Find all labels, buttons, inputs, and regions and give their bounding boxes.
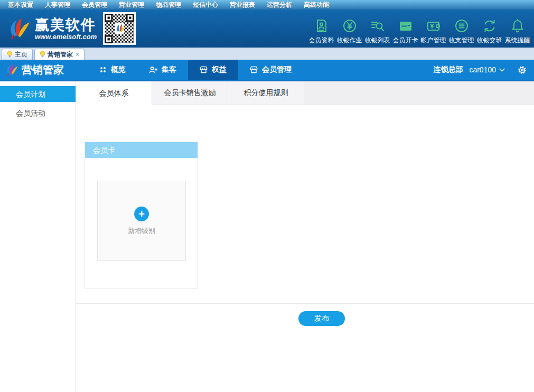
quick-action-label: 系统提醒	[505, 36, 530, 45]
quick-action-label: 会员资料	[309, 36, 334, 45]
cashier-list-icon	[370, 17, 386, 35]
content-divider	[76, 303, 534, 304]
lightbulb-icon	[40, 51, 45, 58]
tab-marketing-manager[interactable]: 营销管家 ×	[34, 49, 85, 60]
member-open-card-icon	[398, 17, 414, 35]
member-info-icon	[314, 17, 330, 35]
lightbulb-icon	[7, 51, 13, 58]
brand-url: www.emeisoft.com	[35, 33, 97, 41]
customer-plus-icon	[149, 66, 157, 73]
quick-action-label: 帐户管理	[421, 36, 446, 45]
quick-action-cashier-list[interactable]: 收银列表	[363, 12, 391, 45]
cashier-shift-icon	[482, 17, 498, 35]
settings-gear-icon[interactable]	[518, 66, 527, 74]
tab-home[interactable]: 主页	[2, 49, 33, 60]
member-card-panel: 会员卡 + 新增级别	[85, 142, 198, 289]
quick-action-income-expense[interactable]: 收支管理	[447, 12, 475, 45]
subnav-logo-icon	[5, 62, 19, 78]
subnav-item-label: 概览	[111, 65, 126, 74]
content-tab-card-sales-incentive[interactable]: 会员卡销售激励	[152, 81, 228, 105]
store-selector[interactable]: car0100	[469, 66, 496, 74]
sidebar-item-member-activity[interactable]: 会员活动	[0, 107, 76, 119]
qr-code	[103, 12, 136, 45]
store-type-label: 连锁总部	[433, 65, 463, 74]
member-card-body: + 新增级别	[85, 158, 198, 288]
top-menu-operation-analysis[interactable]: 运营分析	[261, 1, 298, 10]
marketing-subnav: 营销管家 概览 集客 权益 会员管理	[0, 60, 534, 81]
quick-action-label: 会员开卡	[393, 36, 418, 45]
top-menu-advanced-features[interactable]: 高级功能	[298, 1, 335, 10]
subnav-item-label: 权益	[212, 65, 227, 74]
subnav-brand: 营销管家	[5, 62, 74, 78]
account-management-icon	[426, 17, 442, 35]
storefront-icon	[200, 66, 208, 73]
brand-logo-icon	[7, 14, 32, 43]
page-tab-bar: 主页 营销管家 ×	[0, 48, 534, 60]
content-tab-strip: 会员体系 会员卡销售激励 积分使用规则	[76, 81, 534, 105]
subnav-right: 连锁总部 car0100	[433, 65, 527, 74]
brand-name: 赢美软件	[35, 17, 97, 33]
content-tab-points-usage-rules[interactable]: 积分使用规则	[228, 81, 304, 105]
subnav-title: 营销管家	[22, 63, 64, 77]
tab-marketing-manager-label: 营销管家	[48, 50, 73, 59]
content-panel: 会员体系 会员卡销售激励 积分使用规则 会员卡 + 新增级别 发布	[76, 81, 534, 392]
subnav-item-label: 会员管理	[262, 65, 292, 74]
income-expense-icon	[454, 17, 470, 35]
quick-action-member-open-card[interactable]: 会员开卡	[391, 12, 419, 45]
member-card-title: 会员卡	[85, 142, 198, 158]
system-alert-icon	[510, 17, 526, 35]
main-region: 会员计划 会员活动 会员体系 会员卡销售激励 积分使用规则 会员卡 + 新增级别…	[0, 81, 534, 392]
chevron-down-icon[interactable]	[499, 68, 505, 72]
quick-action-cashier-shift[interactable]: 收银交班	[475, 12, 503, 45]
quick-action-member-info[interactable]: 会员资料	[307, 12, 335, 45]
brand-text: 赢美软件 www.emeisoft.com	[35, 17, 97, 41]
subnav-item-overview[interactable]: 概览	[88, 60, 137, 80]
top-menu-member-management[interactable]: 会员管理	[76, 1, 113, 10]
subnav-item-member-management[interactable]: 会员管理	[238, 60, 303, 80]
top-menu-goods-management[interactable]: 物品管理	[150, 1, 187, 10]
brand: 赢美软件 www.emeisoft.com	[7, 14, 97, 43]
quick-action-account-management[interactable]: 帐户管理	[419, 12, 447, 45]
top-menu-business-management[interactable]: 营业管理	[113, 1, 150, 10]
subnav-item-customer-acquisition[interactable]: 集客	[137, 60, 188, 80]
top-menu-sms-center[interactable]: 短信中心	[187, 1, 224, 10]
top-menu-business-reports[interactable]: 营业报表	[224, 1, 261, 10]
storefront-icon	[250, 66, 258, 73]
cashier-work-icon	[342, 17, 358, 35]
sidebar-item-member-plan[interactable]: 会员计划	[0, 86, 76, 102]
top-menu-bar: 基本设置 人事管理 会员管理 营业管理 物品管理 短信中心 营业报表 运营分析 …	[0, 0, 534, 10]
quick-action-label: 收银列表	[365, 36, 390, 45]
quick-action-label: 收支管理	[449, 36, 474, 45]
quick-action-label: 收银作业	[337, 36, 362, 45]
add-level-label: 新增级别	[128, 226, 155, 236]
quick-action-label: 收银交班	[477, 36, 502, 45]
sidebar: 会员计划 会员活动	[0, 81, 76, 392]
top-menu-hr-management[interactable]: 人事管理	[39, 1, 76, 10]
top-menu-basic-settings[interactable]: 基本设置	[2, 1, 39, 10]
plus-icon[interactable]: +	[134, 207, 149, 221]
tab-close-icon[interactable]: ×	[76, 51, 79, 58]
app-header: 赢美软件 www.emeisoft.com	[0, 10, 534, 48]
quick-actions: 会员资料 收银作业 收银列表	[307, 12, 531, 45]
quick-action-system-alert[interactable]: 系统提醒	[503, 12, 531, 45]
tab-home-label: 主页	[15, 50, 27, 59]
subnav-menu: 概览 集客 权益 会员管理	[88, 60, 303, 80]
overview-icon	[99, 66, 107, 73]
content-tab-member-system[interactable]: 会员体系	[76, 81, 152, 105]
subnav-item-rights[interactable]: 权益	[188, 60, 238, 80]
subnav-item-label: 集客	[162, 65, 176, 74]
publish-button[interactable]: 发布	[298, 311, 345, 326]
quick-action-cashier-work[interactable]: 收银作业	[335, 12, 363, 45]
add-level-button[interactable]: + 新增级别	[97, 181, 186, 261]
